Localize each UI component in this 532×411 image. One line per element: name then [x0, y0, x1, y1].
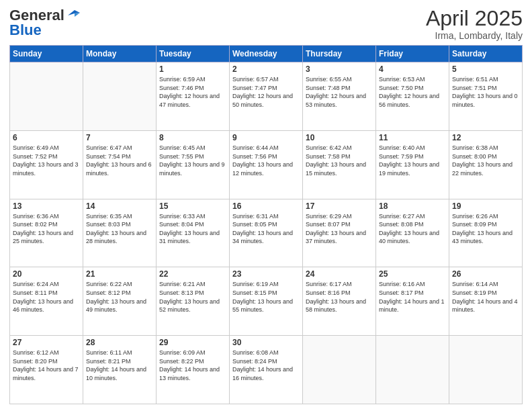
calendar-cell: 15Sunrise: 6:33 AM Sunset: 8:04 PM Dayli…: [157, 199, 230, 267]
day-number: 24: [306, 269, 373, 279]
day-info: Sunrise: 6:38 AM Sunset: 8:00 PM Dayligh…: [452, 144, 519, 177]
calendar-cell: 7Sunrise: 6:47 AM Sunset: 7:54 PM Daylig…: [83, 130, 157, 199]
calendar-cell: 3Sunrise: 6:55 AM Sunset: 7:48 PM Daylig…: [303, 62, 376, 131]
day-number: 4: [379, 64, 446, 74]
col-monday: Monday: [83, 46, 157, 62]
day-number: 10: [306, 133, 373, 142]
day-info: Sunrise: 6:27 AM Sunset: 8:08 PM Dayligh…: [379, 212, 446, 246]
day-number: 17: [306, 201, 373, 211]
calendar-cell: 2Sunrise: 6:57 AM Sunset: 7:47 PM Daylig…: [230, 62, 303, 131]
calendar-cell: 14Sunrise: 6:35 AM Sunset: 8:03 PM Dayli…: [83, 199, 157, 267]
day-number: 23: [232, 269, 300, 279]
day-number: 6: [13, 133, 80, 142]
day-info: Sunrise: 6:36 AM Sunset: 8:02 PM Dayligh…: [13, 212, 80, 246]
day-info: Sunrise: 6:47 AM Sunset: 7:54 PM Dayligh…: [86, 144, 153, 177]
day-info: Sunrise: 6:17 AM Sunset: 8:16 PM Dayligh…: [306, 280, 373, 314]
header: General Blue April 2025 Irma, Lombardy, …: [9, 7, 523, 41]
calendar-cell: [10, 62, 83, 131]
day-number: 12: [452, 133, 519, 142]
calendar-week-3: 20Sunrise: 6:24 AM Sunset: 8:11 PM Dayli…: [10, 267, 523, 336]
day-info: Sunrise: 6:33 AM Sunset: 8:04 PM Dayligh…: [159, 212, 226, 246]
calendar-cell: 5Sunrise: 6:51 AM Sunset: 7:51 PM Daylig…: [449, 62, 523, 131]
day-info: Sunrise: 6:09 AM Sunset: 8:22 PM Dayligh…: [159, 349, 226, 382]
calendar-cell: 6Sunrise: 6:49 AM Sunset: 7:52 PM Daylig…: [10, 130, 83, 199]
calendar-cell: 28Sunrise: 6:11 AM Sunset: 8:21 PM Dayli…: [83, 336, 157, 404]
day-info: Sunrise: 6:40 AM Sunset: 7:59 PM Dayligh…: [379, 144, 446, 177]
calendar-cell: [303, 336, 376, 404]
day-info: Sunrise: 6:51 AM Sunset: 7:51 PM Dayligh…: [452, 75, 519, 109]
day-number: 21: [86, 269, 153, 279]
col-saturday: Saturday: [449, 46, 523, 62]
day-number: 15: [159, 201, 226, 211]
day-number: 28: [86, 338, 153, 347]
day-info: Sunrise: 6:21 AM Sunset: 8:13 PM Dayligh…: [159, 280, 226, 314]
day-number: 18: [379, 201, 446, 211]
calendar-cell: 8Sunrise: 6:45 AM Sunset: 7:55 PM Daylig…: [157, 130, 230, 199]
calendar-week-0: 1Sunrise: 6:59 AM Sunset: 7:46 PM Daylig…: [10, 62, 523, 131]
calendar-cell: 17Sunrise: 6:29 AM Sunset: 8:07 PM Dayli…: [303, 199, 376, 267]
day-number: 29: [159, 338, 226, 347]
calendar-week-2: 13Sunrise: 6:36 AM Sunset: 8:02 PM Dayli…: [10, 199, 523, 267]
calendar-cell: 10Sunrise: 6:42 AM Sunset: 7:58 PM Dayli…: [303, 130, 376, 199]
day-number: 16: [232, 201, 300, 211]
calendar-cell: 18Sunrise: 6:27 AM Sunset: 8:08 PM Dayli…: [376, 199, 449, 267]
calendar-cell: 21Sunrise: 6:22 AM Sunset: 8:12 PM Dayli…: [83, 267, 157, 336]
calendar-cell: 29Sunrise: 6:09 AM Sunset: 8:22 PM Dayli…: [157, 336, 230, 404]
logo-blue-text: Blue: [9, 21, 42, 39]
calendar-cell: 24Sunrise: 6:17 AM Sunset: 8:16 PM Dayli…: [303, 267, 376, 336]
logo: General Blue: [9, 7, 81, 39]
day-number: 1: [159, 64, 226, 74]
calendar-cell: 9Sunrise: 6:44 AM Sunset: 7:56 PM Daylig…: [230, 130, 303, 199]
logo-bird-icon: [65, 10, 80, 21]
day-info: Sunrise: 6:35 AM Sunset: 8:03 PM Dayligh…: [86, 212, 153, 246]
day-info: Sunrise: 6:14 AM Sunset: 8:19 PM Dayligh…: [452, 280, 519, 314]
day-info: Sunrise: 6:59 AM Sunset: 7:46 PM Dayligh…: [159, 75, 226, 109]
day-info: Sunrise: 6:19 AM Sunset: 8:15 PM Dayligh…: [232, 280, 300, 314]
col-wednesday: Wednesday: [230, 46, 303, 62]
day-info: Sunrise: 6:55 AM Sunset: 7:48 PM Dayligh…: [306, 75, 373, 109]
calendar-cell: 16Sunrise: 6:31 AM Sunset: 8:05 PM Dayli…: [230, 199, 303, 267]
day-number: 13: [13, 201, 80, 211]
day-info: Sunrise: 6:24 AM Sunset: 8:11 PM Dayligh…: [13, 280, 80, 314]
day-number: 11: [379, 133, 446, 142]
day-info: Sunrise: 6:57 AM Sunset: 7:47 PM Dayligh…: [232, 75, 300, 109]
day-number: 5: [452, 64, 519, 74]
calendar-cell: [376, 336, 449, 404]
page-title: April 2025: [426, 7, 523, 30]
day-info: Sunrise: 6:12 AM Sunset: 8:20 PM Dayligh…: [13, 349, 80, 382]
calendar-cell: 23Sunrise: 6:19 AM Sunset: 8:15 PM Dayli…: [230, 267, 303, 336]
day-info: Sunrise: 6:29 AM Sunset: 8:07 PM Dayligh…: [306, 212, 373, 246]
day-number: 8: [159, 133, 226, 142]
day-info: Sunrise: 6:53 AM Sunset: 7:50 PM Dayligh…: [379, 75, 446, 109]
day-info: Sunrise: 6:08 AM Sunset: 8:24 PM Dayligh…: [232, 349, 300, 382]
page-subtitle: Irma, Lombardy, Italy: [426, 30, 523, 41]
day-number: 3: [306, 64, 373, 74]
col-sunday: Sunday: [10, 46, 83, 62]
calendar-cell: [449, 336, 523, 404]
col-tuesday: Tuesday: [157, 46, 230, 62]
header-row: Sunday Monday Tuesday Wednesday Thursday…: [10, 46, 523, 62]
calendar-cell: 13Sunrise: 6:36 AM Sunset: 8:02 PM Dayli…: [10, 199, 83, 267]
day-info: Sunrise: 6:42 AM Sunset: 7:58 PM Dayligh…: [306, 144, 373, 177]
calendar-cell: 30Sunrise: 6:08 AM Sunset: 8:24 PM Dayli…: [230, 336, 303, 404]
calendar-cell: 27Sunrise: 6:12 AM Sunset: 8:20 PM Dayli…: [10, 336, 83, 404]
calendar-week-1: 6Sunrise: 6:49 AM Sunset: 7:52 PM Daylig…: [10, 130, 523, 199]
day-number: 26: [452, 269, 519, 279]
day-info: Sunrise: 6:26 AM Sunset: 8:09 PM Dayligh…: [452, 212, 519, 246]
day-info: Sunrise: 6:45 AM Sunset: 7:55 PM Dayligh…: [159, 144, 226, 177]
calendar-header: Sunday Monday Tuesday Wednesday Thursday…: [10, 46, 523, 62]
day-number: 7: [86, 133, 153, 142]
calendar-week-4: 27Sunrise: 6:12 AM Sunset: 8:20 PM Dayli…: [10, 336, 523, 404]
calendar-table: Sunday Monday Tuesday Wednesday Thursday…: [9, 45, 523, 404]
day-info: Sunrise: 6:31 AM Sunset: 8:05 PM Dayligh…: [232, 212, 300, 246]
day-number: 14: [86, 201, 153, 211]
day-number: 9: [232, 133, 300, 142]
day-number: 25: [379, 269, 446, 279]
title-block: April 2025 Irma, Lombardy, Italy: [426, 7, 523, 41]
col-thursday: Thursday: [303, 46, 376, 62]
calendar-cell: 4Sunrise: 6:53 AM Sunset: 7:50 PM Daylig…: [376, 62, 449, 131]
day-info: Sunrise: 6:11 AM Sunset: 8:21 PM Dayligh…: [86, 349, 153, 382]
day-info: Sunrise: 6:44 AM Sunset: 7:56 PM Dayligh…: [232, 144, 300, 177]
day-number: 22: [159, 269, 226, 279]
day-number: 27: [13, 338, 80, 347]
